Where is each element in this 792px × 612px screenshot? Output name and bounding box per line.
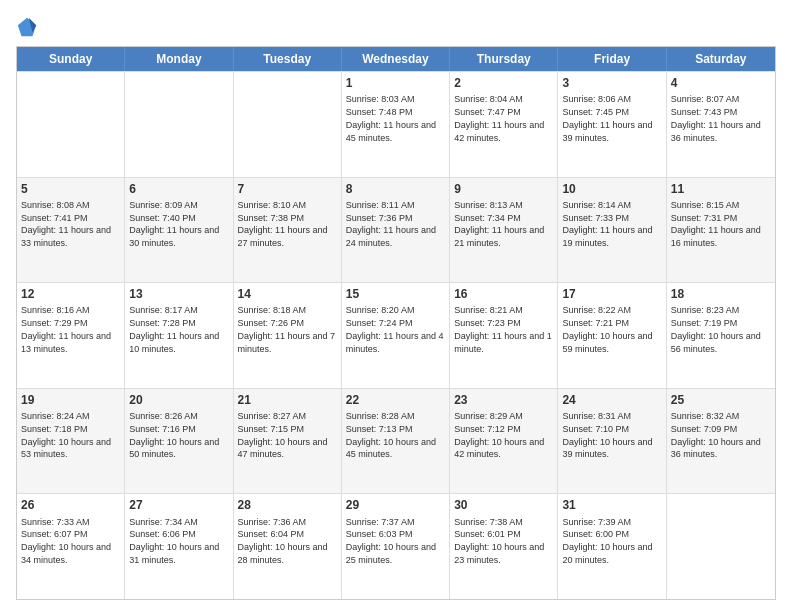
calendar-cell: 23Sunrise: 8:29 AM Sunset: 7:12 PM Dayli… [450, 389, 558, 494]
cell-sun-info: Sunrise: 7:37 AM Sunset: 6:03 PM Dayligh… [346, 517, 436, 565]
calendar-cell: 22Sunrise: 8:28 AM Sunset: 7:13 PM Dayli… [342, 389, 450, 494]
cell-sun-info: Sunrise: 8:03 AM Sunset: 7:48 PM Dayligh… [346, 94, 436, 142]
calendar-cell: 27Sunrise: 7:34 AM Sunset: 6:06 PM Dayli… [125, 494, 233, 599]
cell-sun-info: Sunrise: 8:15 AM Sunset: 7:31 PM Dayligh… [671, 200, 761, 248]
header [16, 12, 776, 38]
day-number: 3 [562, 75, 661, 91]
calendar-cell: 30Sunrise: 7:38 AM Sunset: 6:01 PM Dayli… [450, 494, 558, 599]
calendar-cell: 29Sunrise: 7:37 AM Sunset: 6:03 PM Dayli… [342, 494, 450, 599]
cell-sun-info: Sunrise: 8:10 AM Sunset: 7:38 PM Dayligh… [238, 200, 328, 248]
day-number: 22 [346, 392, 445, 408]
day-number: 16 [454, 286, 553, 302]
day-number: 12 [21, 286, 120, 302]
day-number: 24 [562, 392, 661, 408]
cell-sun-info: Sunrise: 8:06 AM Sunset: 7:45 PM Dayligh… [562, 94, 652, 142]
cell-sun-info: Sunrise: 8:11 AM Sunset: 7:36 PM Dayligh… [346, 200, 436, 248]
weekday-header: Sunday [17, 47, 125, 71]
day-number: 17 [562, 286, 661, 302]
cell-sun-info: Sunrise: 7:33 AM Sunset: 6:07 PM Dayligh… [21, 517, 111, 565]
day-number: 5 [21, 181, 120, 197]
day-number: 14 [238, 286, 337, 302]
calendar-cell: 25Sunrise: 8:32 AM Sunset: 7:09 PM Dayli… [667, 389, 775, 494]
day-number: 23 [454, 392, 553, 408]
day-number: 18 [671, 286, 771, 302]
calendar-cell: 9Sunrise: 8:13 AM Sunset: 7:34 PM Daylig… [450, 178, 558, 283]
calendar-body: 1Sunrise: 8:03 AM Sunset: 7:48 PM Daylig… [17, 71, 775, 599]
day-number: 21 [238, 392, 337, 408]
cell-sun-info: Sunrise: 8:23 AM Sunset: 7:19 PM Dayligh… [671, 305, 761, 353]
cell-sun-info: Sunrise: 8:22 AM Sunset: 7:21 PM Dayligh… [562, 305, 652, 353]
day-number: 30 [454, 497, 553, 513]
calendar-cell: 26Sunrise: 7:33 AM Sunset: 6:07 PM Dayli… [17, 494, 125, 599]
cell-sun-info: Sunrise: 7:38 AM Sunset: 6:01 PM Dayligh… [454, 517, 544, 565]
calendar-cell [17, 72, 125, 177]
page: SundayMondayTuesdayWednesdayThursdayFrid… [0, 0, 792, 612]
calendar: SundayMondayTuesdayWednesdayThursdayFrid… [16, 46, 776, 600]
calendar-cell: 2Sunrise: 8:04 AM Sunset: 7:47 PM Daylig… [450, 72, 558, 177]
day-number: 26 [21, 497, 120, 513]
weekday-header: Wednesday [342, 47, 450, 71]
weekday-header: Tuesday [234, 47, 342, 71]
cell-sun-info: Sunrise: 8:24 AM Sunset: 7:18 PM Dayligh… [21, 411, 111, 459]
calendar-cell: 20Sunrise: 8:26 AM Sunset: 7:16 PM Dayli… [125, 389, 233, 494]
logo-icon [16, 16, 38, 38]
day-number: 8 [346, 181, 445, 197]
calendar-cell: 19Sunrise: 8:24 AM Sunset: 7:18 PM Dayli… [17, 389, 125, 494]
calendar-cell: 21Sunrise: 8:27 AM Sunset: 7:15 PM Dayli… [234, 389, 342, 494]
day-number: 9 [454, 181, 553, 197]
calendar-cell: 3Sunrise: 8:06 AM Sunset: 7:45 PM Daylig… [558, 72, 666, 177]
weekday-header: Thursday [450, 47, 558, 71]
calendar-cell: 1Sunrise: 8:03 AM Sunset: 7:48 PM Daylig… [342, 72, 450, 177]
day-number: 11 [671, 181, 771, 197]
day-number: 25 [671, 392, 771, 408]
calendar-cell: 10Sunrise: 8:14 AM Sunset: 7:33 PM Dayli… [558, 178, 666, 283]
calendar-row: 12Sunrise: 8:16 AM Sunset: 7:29 PM Dayli… [17, 282, 775, 388]
calendar-cell: 6Sunrise: 8:09 AM Sunset: 7:40 PM Daylig… [125, 178, 233, 283]
cell-sun-info: Sunrise: 8:32 AM Sunset: 7:09 PM Dayligh… [671, 411, 761, 459]
day-number: 6 [129, 181, 228, 197]
day-number: 29 [346, 497, 445, 513]
cell-sun-info: Sunrise: 8:08 AM Sunset: 7:41 PM Dayligh… [21, 200, 111, 248]
calendar-cell: 8Sunrise: 8:11 AM Sunset: 7:36 PM Daylig… [342, 178, 450, 283]
weekday-header: Saturday [667, 47, 775, 71]
cell-sun-info: Sunrise: 8:04 AM Sunset: 7:47 PM Dayligh… [454, 94, 544, 142]
calendar-cell: 16Sunrise: 8:21 AM Sunset: 7:23 PM Dayli… [450, 283, 558, 388]
calendar-cell: 13Sunrise: 8:17 AM Sunset: 7:28 PM Dayli… [125, 283, 233, 388]
day-number: 15 [346, 286, 445, 302]
cell-sun-info: Sunrise: 8:20 AM Sunset: 7:24 PM Dayligh… [346, 305, 444, 353]
cell-sun-info: Sunrise: 8:26 AM Sunset: 7:16 PM Dayligh… [129, 411, 219, 459]
day-number: 31 [562, 497, 661, 513]
calendar-cell: 4Sunrise: 8:07 AM Sunset: 7:43 PM Daylig… [667, 72, 775, 177]
day-number: 28 [238, 497, 337, 513]
calendar-header: SundayMondayTuesdayWednesdayThursdayFrid… [17, 47, 775, 71]
cell-sun-info: Sunrise: 8:29 AM Sunset: 7:12 PM Dayligh… [454, 411, 544, 459]
cell-sun-info: Sunrise: 7:39 AM Sunset: 6:00 PM Dayligh… [562, 517, 652, 565]
calendar-cell: 7Sunrise: 8:10 AM Sunset: 7:38 PM Daylig… [234, 178, 342, 283]
day-number: 2 [454, 75, 553, 91]
day-number: 19 [21, 392, 120, 408]
cell-sun-info: Sunrise: 8:16 AM Sunset: 7:29 PM Dayligh… [21, 305, 111, 353]
calendar-cell: 18Sunrise: 8:23 AM Sunset: 7:19 PM Dayli… [667, 283, 775, 388]
day-number: 4 [671, 75, 771, 91]
cell-sun-info: Sunrise: 7:36 AM Sunset: 6:04 PM Dayligh… [238, 517, 328, 565]
calendar-cell [125, 72, 233, 177]
calendar-row: 1Sunrise: 8:03 AM Sunset: 7:48 PM Daylig… [17, 71, 775, 177]
cell-sun-info: Sunrise: 8:28 AM Sunset: 7:13 PM Dayligh… [346, 411, 436, 459]
calendar-row: 5Sunrise: 8:08 AM Sunset: 7:41 PM Daylig… [17, 177, 775, 283]
cell-sun-info: Sunrise: 8:07 AM Sunset: 7:43 PM Dayligh… [671, 94, 761, 142]
logo [16, 16, 40, 38]
weekday-header: Friday [558, 47, 666, 71]
day-number: 20 [129, 392, 228, 408]
calendar-row: 26Sunrise: 7:33 AM Sunset: 6:07 PM Dayli… [17, 493, 775, 599]
cell-sun-info: Sunrise: 8:17 AM Sunset: 7:28 PM Dayligh… [129, 305, 219, 353]
calendar-cell: 5Sunrise: 8:08 AM Sunset: 7:41 PM Daylig… [17, 178, 125, 283]
calendar-cell: 12Sunrise: 8:16 AM Sunset: 7:29 PM Dayli… [17, 283, 125, 388]
cell-sun-info: Sunrise: 8:21 AM Sunset: 7:23 PM Dayligh… [454, 305, 552, 353]
cell-sun-info: Sunrise: 8:18 AM Sunset: 7:26 PM Dayligh… [238, 305, 336, 353]
cell-sun-info: Sunrise: 7:34 AM Sunset: 6:06 PM Dayligh… [129, 517, 219, 565]
calendar-cell: 11Sunrise: 8:15 AM Sunset: 7:31 PM Dayli… [667, 178, 775, 283]
cell-sun-info: Sunrise: 8:27 AM Sunset: 7:15 PM Dayligh… [238, 411, 328, 459]
calendar-cell [234, 72, 342, 177]
calendar-cell: 28Sunrise: 7:36 AM Sunset: 6:04 PM Dayli… [234, 494, 342, 599]
day-number: 1 [346, 75, 445, 91]
